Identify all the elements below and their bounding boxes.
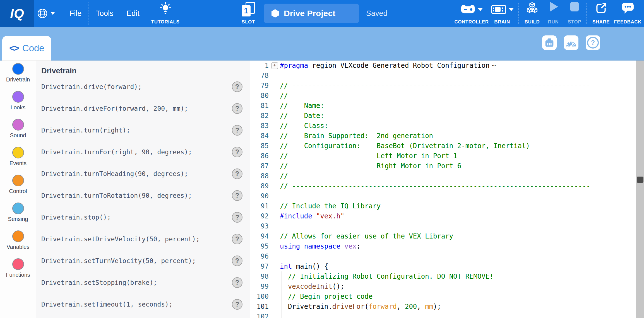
code-text: //	[279, 171, 636, 181]
line-number: 90	[251, 191, 270, 201]
command-help-button[interactable]: ?	[232, 103, 242, 114]
category-label: Drivetrain	[6, 76, 30, 83]
menu-edit[interactable]: Edit	[125, 0, 141, 27]
controller-button[interactable]: CONTROLLER	[456, 2, 487, 25]
tutorials-button[interactable]: TUTORIALS	[151, 2, 180, 25]
scrollbar-thumb[interactable]	[637, 177, 643, 183]
editor-line: 96	[251, 251, 636, 261]
language-menu[interactable]	[37, 0, 55, 27]
command-text: Drivetrain.setDriveVelocity(50, percent)…	[36, 235, 200, 243]
sidebar-category-looks[interactable]: Looks	[0, 89, 36, 117]
command-list-item[interactable]: Drivetrain.setTimeout(1, seconds); ?	[36, 293, 250, 315]
command-list-item[interactable]: Drivetrain.stop(); ?	[36, 206, 250, 228]
brain-button[interactable]: BRAIN	[489, 2, 515, 25]
slot-button[interactable]: 1 SLOT	[240, 2, 257, 25]
editor-scrollbar[interactable]	[636, 61, 644, 318]
menu-tools[interactable]: Tools	[95, 0, 114, 27]
line-number: 88	[251, 171, 270, 181]
command-help-button[interactable]: ?	[232, 190, 242, 201]
command-help-button[interactable]: ?	[232, 212, 242, 223]
code-text: // -------------------------------------…	[279, 81, 636, 91]
fold-gutter	[270, 281, 279, 292]
fold-gutter	[270, 271, 279, 281]
build-button[interactable]: BUILD	[522, 2, 542, 25]
editor-line: 81 // Name:	[251, 101, 636, 111]
sidebar-category-drivetrain[interactable]: Drivetrain	[0, 61, 36, 89]
command-help-button[interactable]: ?	[232, 277, 242, 288]
menu-file[interactable]: File	[68, 0, 83, 27]
fold-gutter	[270, 302, 279, 312]
line-number: 85	[251, 141, 270, 151]
project-name: Drive Project	[284, 9, 335, 18]
editor-line: 83 // Class:	[251, 121, 636, 131]
fold-gutter	[270, 191, 279, 201]
globe-icon	[37, 8, 48, 19]
command-list-item[interactable]: Drivetrain.driveFor(forward, 200, mm); ?	[36, 98, 250, 119]
command-list-item[interactable]: Drivetrain.setStopping(brake); ?	[36, 272, 250, 293]
feedback-button[interactable]: FEEDBACK	[614, 2, 641, 25]
tab-code[interactable]: <> Code	[2, 36, 51, 61]
command-help-button[interactable]: ?	[232, 125, 242, 136]
tab-code-label: Code	[22, 43, 44, 54]
controller-label: CONTROLLER	[454, 19, 489, 25]
fold-gutter	[270, 261, 279, 271]
code-editor[interactable]: 1 + #pragma region VEXcode Generated Rob…	[251, 61, 636, 318]
collapsed-region-icon[interactable]: ⋯	[492, 62, 496, 69]
command-list-item[interactable]: Drivetrain.turnToRotation(90, degrees); …	[36, 185, 250, 206]
category-label: Sound	[10, 132, 26, 139]
fold-gutter	[270, 181, 279, 191]
help-icon: ?	[587, 37, 599, 49]
chevron-down-icon	[51, 12, 55, 15]
print-console-button[interactable]	[542, 35, 557, 50]
command-list-item[interactable]: Drivetrain.drive(forward); ?	[36, 76, 250, 98]
command-text: Drivetrain.drive(forward);	[36, 83, 142, 90]
fold-toggle-icon[interactable]: +	[271, 62, 278, 69]
code-text	[279, 71, 636, 81]
line-number: 86	[251, 151, 270, 161]
dashboard-button[interactable]	[564, 35, 578, 50]
category-label: Variables	[7, 244, 30, 250]
fold-gutter	[270, 101, 279, 111]
command-list-item[interactable]: Drivetrain.turn(right); ?	[36, 119, 250, 141]
command-list-item[interactable]: Drivetrain.setDriveVelocity(50, percent)…	[36, 228, 250, 250]
indent-guide	[282, 312, 282, 318]
code-text: #pragma region VEXcode Generated Robot C…	[279, 61, 636, 71]
project-name-button[interactable]: Drive Project	[264, 4, 359, 23]
command-list-item[interactable]: Drivetrain.turnFor(right, 90, degrees); …	[36, 141, 250, 163]
sub-toolbar: <> Code	[0, 27, 644, 61]
fold-gutter	[270, 241, 279, 251]
build-label: BUILD	[525, 19, 540, 25]
command-help-button[interactable]: ?	[232, 299, 242, 310]
editor-line: 85 // Configuration: BaseBot (Drivetrain…	[251, 141, 636, 151]
line-number: 80	[251, 91, 270, 101]
feedback-label: FEEDBACK	[614, 19, 641, 25]
indent-guide	[282, 271, 282, 281]
sidebar-category-variables[interactable]: Variables	[0, 228, 36, 256]
top-toolbar: IQ File Tools Edit TUTORI	[0, 0, 644, 27]
editor-line: 89 // ----------------------------------…	[251, 181, 636, 191]
code-text: // Class:	[279, 121, 636, 131]
sidebar-category-events[interactable]: Events	[0, 144, 36, 172]
slot-icon: 1	[242, 2, 255, 16]
command-panel: Drivetrain Drivetrain.drive(forward); ? …	[36, 61, 250, 318]
command-help-button[interactable]: ?	[232, 81, 242, 92]
share-label: SHARE	[592, 19, 610, 25]
command-help-button[interactable]: ?	[232, 256, 242, 266]
run-icon	[550, 2, 558, 11]
line-number: 87	[251, 161, 270, 171]
editor-line: 92 #include "vex.h"	[251, 211, 636, 221]
fold-gutter	[270, 211, 279, 221]
main-content: Drivetrain Looks Sound Events Control Se…	[0, 61, 644, 318]
command-list-item[interactable]: Drivetrain.turnToHeading(90, degrees); ?	[36, 163, 250, 185]
command-help-button[interactable]: ?	[232, 168, 242, 179]
sidebar-category-sensing[interactable]: Sensing	[0, 200, 36, 228]
editor-line: 1 + #pragma region VEXcode Generated Rob…	[251, 61, 636, 71]
sidebar-category-sound[interactable]: Sound	[0, 117, 36, 144]
help-button[interactable]: ?	[586, 35, 600, 50]
sidebar-category-control[interactable]: Control	[0, 172, 36, 200]
command-help-button[interactable]: ?	[232, 234, 242, 244]
command-help-button[interactable]: ?	[232, 147, 242, 157]
command-list-item[interactable]: Drivetrain.setTurnVelocity(50, percent);…	[36, 250, 250, 272]
share-button[interactable]: SHARE	[590, 2, 612, 25]
sidebar-category-functions[interactable]: Functions	[0, 256, 36, 284]
